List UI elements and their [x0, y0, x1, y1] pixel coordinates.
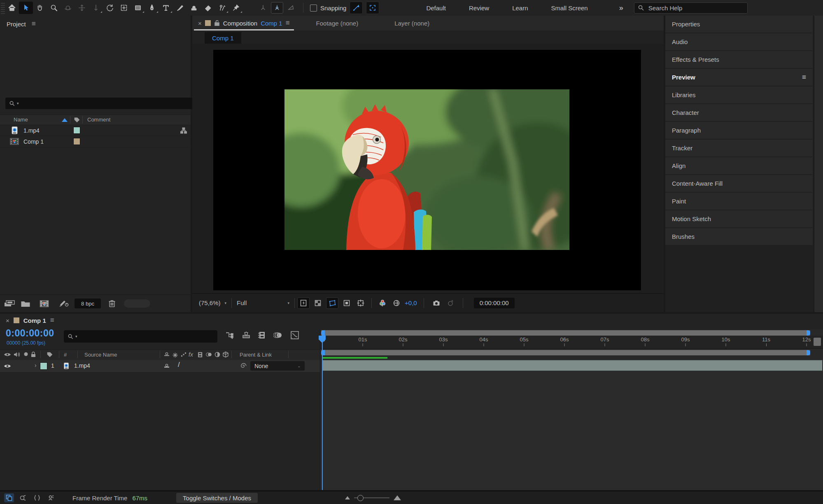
comp-marker-bin[interactable]	[814, 338, 821, 346]
exposure-reset-icon[interactable]	[391, 298, 402, 308]
sort-ascending-icon[interactable]	[62, 118, 68, 122]
render-time-pane-toggle[interactable]	[46, 493, 56, 502]
layer-expander[interactable]: ›	[35, 362, 37, 369]
region-of-interest-button[interactable]	[341, 298, 352, 308]
rectangle-tool[interactable]	[131, 2, 145, 14]
workspace-tab-default[interactable]: Default	[415, 5, 457, 12]
preview-timecode[interactable]: 0:00:00:00	[474, 298, 515, 308]
comment-column-header[interactable]: Comment	[87, 117, 110, 123]
orbit-camera-tool[interactable]	[61, 2, 75, 14]
local-axis-mode-button[interactable]	[257, 2, 269, 14]
audio-column-icon[interactable]	[13, 351, 21, 358]
workspace-overflow-button[interactable]: »	[619, 4, 622, 12]
playhead-line[interactable]	[322, 330, 323, 490]
label-color-chip[interactable]	[73, 127, 80, 134]
layer-label-chip[interactable]	[40, 362, 47, 370]
search-options-arrow[interactable]: ▾	[75, 334, 77, 338]
sidebar-panel-header[interactable]: Libraries ≡	[665, 86, 813, 103]
layer-switches-pane-toggle[interactable]	[4, 493, 14, 502]
grid-guides-button[interactable]	[355, 298, 366, 308]
lock-column-icon[interactable]	[30, 351, 36, 358]
close-tab-icon[interactable]: ×	[6, 317, 9, 324]
motion-blur-switch-icon[interactable]	[205, 351, 213, 358]
tab-menu-icon[interactable]: ≡	[50, 316, 54, 324]
search-options-arrow[interactable]: ▾	[17, 101, 19, 105]
pan-camera-tool[interactable]	[75, 2, 89, 14]
label-column-icon[interactable]	[73, 116, 81, 124]
layer-duration-bar[interactable]	[322, 360, 823, 371]
footage-tab[interactable]: Footage (none)	[310, 16, 364, 30]
layer-source-name[interactable]: 1.mp4	[74, 362, 90, 369]
close-tab-icon[interactable]: ×	[198, 20, 202, 27]
toggle-switches-modes-button[interactable]: Toggle Switches / Modes	[176, 493, 258, 503]
help-search-input[interactable]	[648, 4, 723, 12]
render-engine-button[interactable]	[59, 299, 69, 308]
tab-menu-icon[interactable]: ≡	[286, 19, 290, 27]
type-tool[interactable]	[159, 2, 173, 14]
frame-blending-button[interactable]	[258, 331, 267, 340]
exposure-value[interactable]: +0,0	[405, 299, 417, 306]
frame-blend-switch-icon[interactable]	[197, 351, 204, 358]
zoom-slider-handle[interactable]	[357, 495, 364, 501]
layer-quality-switch[interactable]: /	[178, 361, 180, 369]
pen-tool[interactable]	[145, 2, 159, 14]
sidebar-panel-header[interactable]: Brushes ≡	[665, 228, 813, 245]
roto-brush-tool[interactable]	[215, 2, 229, 14]
layer-visibility-eye-icon[interactable]	[3, 363, 12, 369]
interpret-footage-button[interactable]	[4, 299, 15, 308]
index-column-header[interactable]: #	[64, 352, 67, 358]
layer-shy-switch[interactable]	[163, 363, 170, 370]
sidebar-panel-header[interactable]: Tracker ≡	[665, 140, 813, 156]
dependency-graph-icon[interactable]	[180, 127, 187, 134]
pan-behind-tool[interactable]	[117, 2, 131, 14]
zoom-out-icon[interactable]	[345, 496, 350, 499]
3d-layer-switch-icon[interactable]	[222, 351, 229, 358]
sidebar-panel-header[interactable]: Preview ≡	[665, 69, 813, 86]
dolly-camera-tool[interactable]	[89, 2, 103, 14]
in-out-duration-pane-toggle[interactable]	[32, 493, 42, 502]
trash-icon[interactable]	[108, 299, 116, 308]
project-search-input[interactable]	[21, 100, 189, 107]
fast-previews-button[interactable]	[297, 297, 310, 309]
zoom-in-icon[interactable]	[394, 495, 401, 500]
parent-link-column-header[interactable]: Parent & Link	[240, 352, 272, 358]
work-area-bar[interactable]	[321, 330, 810, 336]
adjustment-layer-switch-icon[interactable]	[214, 351, 221, 358]
resolution-dropdown[interactable]: Full ▾	[234, 299, 292, 306]
snapshot-camera-icon[interactable]	[431, 298, 442, 308]
puppet-pin-tool[interactable]	[229, 2, 243, 14]
project-item-row[interactable]: Comp 1	[0, 136, 191, 147]
toolbar-grip[interactable]	[1, 2, 5, 14]
bit-depth-button[interactable]: 8 bpc	[75, 299, 101, 308]
zoom-slider[interactable]	[354, 497, 389, 498]
name-column-header[interactable]: Name	[14, 117, 28, 123]
solo-column-icon[interactable]	[23, 351, 29, 357]
motion-blur-button[interactable]	[273, 331, 283, 340]
composition-tab[interactable]: × Composition Comp 1 ≡	[192, 16, 296, 30]
timeline-scrollbar[interactable]	[321, 350, 810, 355]
sidebar-panel-header[interactable]: Content-Aware Fill ≡	[665, 175, 813, 192]
world-axis-mode-button[interactable]	[271, 2, 283, 14]
hand-tool[interactable]	[33, 2, 47, 14]
timeline-search-input[interactable]	[79, 333, 214, 340]
video-column-icon[interactable]	[3, 351, 12, 358]
sidebar-panel-header[interactable]: Properties ≡	[665, 16, 813, 33]
unlock-icon[interactable]	[214, 20, 220, 26]
composition-mini-flowchart-button[interactable]	[226, 331, 235, 340]
source-name-column-header[interactable]: Source Name	[84, 352, 117, 358]
composition-stage[interactable]	[213, 50, 641, 290]
timeline-tab[interactable]: × Comp 1 ≡	[6, 316, 54, 324]
project-panel-menu-icon[interactable]: ≡	[32, 20, 36, 28]
sidebar-panel-header[interactable]: Align ≡	[665, 157, 813, 174]
show-snapshot-icon[interactable]	[445, 298, 456, 308]
channels-button[interactable]	[377, 298, 388, 308]
current-time-display[interactable]: 0:00:00:00	[6, 328, 54, 339]
layer-row[interactable]: › 1 1.mp4 / None ⌄	[0, 360, 320, 373]
effects-switch-icon[interactable]: fx	[189, 351, 193, 358]
parent-dropdown[interactable]: None ⌄	[250, 361, 305, 371]
layer-tab[interactable]: Layer (none)	[389, 16, 435, 30]
snapping-checkbox[interactable]	[310, 5, 317, 12]
clone-stamp-tool[interactable]	[187, 2, 201, 14]
snap-bounds-button[interactable]	[366, 2, 379, 14]
sidebar-panel-header[interactable]: Character ≡	[665, 104, 813, 121]
